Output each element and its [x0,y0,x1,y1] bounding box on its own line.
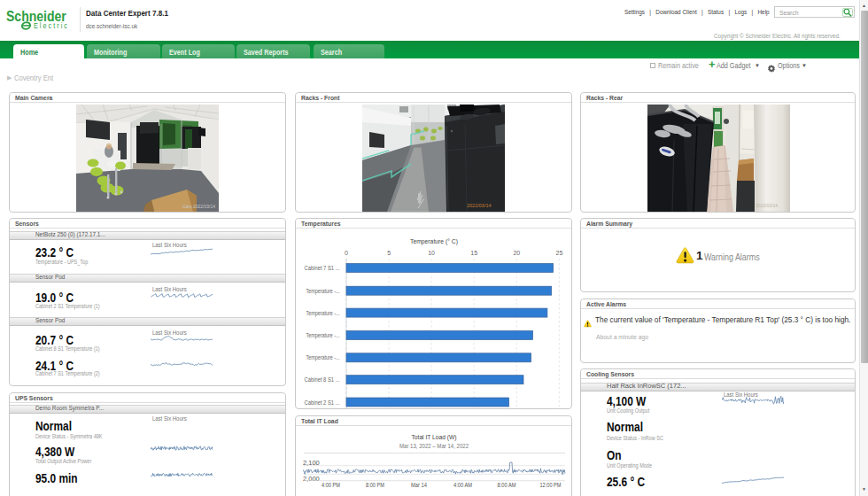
svg-text:20: 20 [513,250,520,256]
svg-text:Temperature -...: Temperature -... [306,288,340,295]
svg-text:0: 0 [345,250,348,256]
svg-text:8:00 AM: 8:00 AM [498,482,516,488]
svg-text:Mar 13, 2022 – Mar 14, 2022: Mar 13, 2022 – Mar 14, 2022 [399,443,469,449]
svg-text:Temperature -...: Temperature -... [306,332,340,339]
svg-text:25: 25 [556,250,563,256]
svg-text:2,100: 2,100 [303,459,320,467]
svg-text:15: 15 [470,250,477,256]
svg-text:Cabinet 8 S1 ...: Cabinet 8 S1 ... [305,376,340,383]
svg-text:Total IT Load (W): Total IT Load (W) [412,433,457,441]
svg-text:4:00 PM: 4:00 PM [322,482,340,488]
svg-text:12:00 PM: 12:00 PM [540,482,562,488]
svg-text:2022/03/14: 2022/03/14 [467,203,492,208]
svg-text:5: 5 [387,250,391,256]
svg-text:2022/03/14: 2022/03/14 [756,203,778,208]
svg-text:Temperature -...: Temperature -... [306,310,340,317]
svg-text:Cam 2022/03/14: Cam 2022/03/14 [182,204,215,209]
svg-text:Mar 14: Mar 14 [411,482,427,488]
svg-text:Temperature -...: Temperature -... [306,354,340,361]
svg-text:Temperature (° C): Temperature (° C) [410,237,458,245]
svg-text:Cabinet 2 S1 ...: Cabinet 2 S1 ... [305,399,340,406]
svg-text:Cabinet 7 S1 ...: Cabinet 7 S1 ... [305,265,340,271]
svg-text:4:00 AM: 4:00 AM [453,482,472,488]
svg-text:2,000: 2,000 [303,475,320,483]
svg-text:10: 10 [428,250,435,256]
svg-text:8:00 PM: 8:00 PM [366,482,384,488]
